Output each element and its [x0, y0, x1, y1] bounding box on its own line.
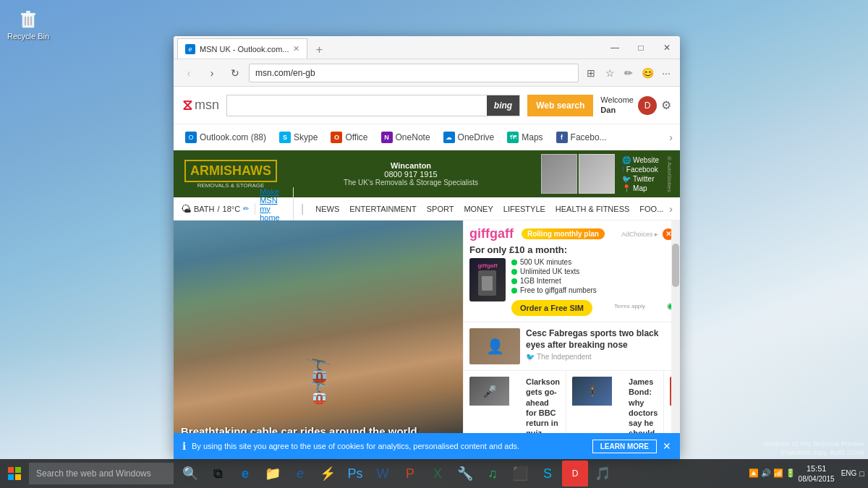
gg-feature-minutes: 500 UK minutes [511, 258, 674, 266]
nav-link-office[interactable]: O Office [326, 129, 372, 146]
taskbar-time-display[interactable]: 15:51 08/04/2015 [799, 463, 835, 483]
cat-money[interactable]: MONEY [459, 197, 497, 221]
giffgaff-features: 500 UK minutes Unlimited UK texts 1GB In… [511, 258, 674, 316]
menu-icon[interactable]: ··· [658, 65, 674, 81]
taskbar-excel-icon[interactable]: X [425, 461, 451, 487]
news-item-fabregas[interactable]: 👤 Cesc Fabregas sports two black eyes af… [464, 322, 680, 371]
nav-link-onedrive[interactable]: ☁ OneDrive [439, 129, 499, 146]
cookie-text: By using this site you agree to the use … [192, 442, 587, 450]
svg-rect-1 [21, 13, 35, 15]
address-bar[interactable] [249, 64, 579, 82]
cat-sport[interactable]: SPORT [422, 197, 459, 221]
taskbar-app4-icon[interactable]: ⬛ [507, 461, 533, 487]
welcome-text: Welcome [600, 95, 634, 105]
action-center-icon[interactable]: □ [859, 469, 864, 478]
taskbar-edge-icon[interactable]: e [232, 461, 258, 487]
recycle-bin-icon[interactable]: Recycle Bin [7, 7, 49, 40]
news-text-fabregas: Cesc Fabregas sports two black eyes afte… [526, 328, 674, 361]
tab-favicon: e [185, 44, 195, 54]
gg-feature-internet: 1GB Internet [511, 277, 674, 285]
web-search-button[interactable]: Web search [527, 95, 593, 116]
taskbar-skype-icon[interactable]: S [535, 461, 561, 487]
nav-link-onenote[interactable]: N OneNote [377, 129, 435, 146]
cat-entertainment[interactable]: ENTERTAINMENT [345, 197, 421, 221]
nav-link-outlook[interactable]: O Outlook.com (88) [181, 129, 271, 146]
new-tab-button[interactable]: + [310, 41, 328, 59]
nav-link-outlook-label: Outlook.com (88) [200, 132, 266, 142]
maximize-button[interactable]: □ [628, 36, 654, 59]
search-box: bing [226, 95, 520, 116]
edit-location-icon[interactable]: ✏ [243, 205, 249, 213]
back-button[interactable]: ‹ [179, 64, 198, 82]
taskbar-app2-icon[interactable]: 🔧 [452, 461, 478, 487]
msn-header: ⧖ msn bing Web search Welcome Dan D ⚙ [174, 87, 680, 124]
cat-health[interactable]: HEALTH & FITNESS [551, 197, 634, 221]
taskbar-word-icon[interactable]: W [370, 461, 396, 487]
time-value: 15:51 [799, 463, 835, 474]
wifi-icon[interactable]: 📶 [773, 468, 783, 478]
giffgaff-cta-button[interactable]: Order a Free SIM [511, 300, 592, 316]
favorites-icon[interactable]: ☆ [602, 65, 618, 81]
scrollbar-thumb[interactable] [672, 244, 679, 287]
ad-link-map[interactable]: 📍Map [622, 184, 659, 192]
taskbar-app1-icon[interactable]: ⚡ [315, 461, 341, 487]
browser-scrollbar[interactable] [671, 221, 680, 455]
tab-close-button[interactable]: ✕ [293, 44, 299, 53]
network-icon[interactable]: 🔼 [749, 468, 759, 478]
share-icon[interactable]: 😊 [639, 65, 655, 81]
web-note-icon[interactable]: ✏ [621, 65, 637, 81]
user-avatar[interactable]: D [638, 96, 657, 115]
reading-view-icon[interactable]: ⊞ [583, 65, 599, 81]
taskbar-app5-icon[interactable]: D [562, 461, 588, 487]
nav-link-facebook[interactable]: f Facebo... [552, 129, 611, 146]
office-icon: O [331, 132, 342, 143]
taskbar-taskview-icon[interactable]: ⧉ [205, 461, 231, 487]
search-input[interactable] [227, 100, 487, 111]
language-indicator[interactable]: ENG [841, 469, 857, 477]
close-button[interactable]: ✕ [654, 36, 680, 59]
cookie-close-button[interactable]: ✕ [663, 440, 671, 452]
nav-link-maps[interactable]: 🗺 Maps [503, 129, 547, 146]
nav-link-skype[interactable]: S Skype [275, 129, 322, 146]
taskbar-photoshop-icon[interactable]: Ps [342, 461, 368, 487]
facebook-icon: f [556, 132, 568, 143]
ad-images [541, 154, 615, 194]
ad-link-twitter[interactable]: 🐦Twitter [622, 175, 659, 183]
battery-icon[interactable]: 🔋 [786, 468, 796, 478]
browser-tab[interactable]: e MSN UK - Outlook.com... ✕ [177, 38, 307, 59]
learn-more-button[interactable]: LEARN MORE [592, 440, 657, 453]
user-area: Welcome Dan D ⚙ [600, 95, 671, 114]
cat-lifestyle[interactable]: LIFESTYLE [499, 197, 550, 221]
taskbar-fileexplorer-icon[interactable]: 📁 [260, 461, 286, 487]
start-button[interactable] [0, 459, 29, 488]
tab-label: MSN UK - Outlook.com... [200, 45, 289, 53]
cat-food[interactable]: FOO... [635, 197, 668, 221]
maps-icon: 🗺 [507, 132, 519, 143]
taskbar-search-input[interactable] [29, 463, 174, 484]
settings-icon[interactable]: ⚙ [661, 98, 671, 112]
volume-icon[interactable]: 🔊 [761, 468, 771, 478]
source-icon-fabregas: 🐦 [526, 353, 535, 361]
taskbar-app6-icon[interactable]: 🎵 [590, 461, 616, 487]
refresh-button[interactable]: ↻ [226, 64, 244, 82]
svg-rect-6 [8, 467, 14, 473]
ad-image-1 [541, 154, 577, 194]
cat-news[interactable]: NEWS [311, 197, 344, 221]
news-title-fabregas: Cesc Fabregas sports two black eyes afte… [526, 328, 674, 351]
nav-right: ⊞ ☆ ✏ 😊 ··· [583, 65, 674, 81]
forward-button[interactable]: › [203, 64, 221, 82]
taskbar-ie-icon[interactable]: e [287, 461, 313, 487]
bing-button[interactable]: bing [487, 95, 519, 116]
ad-link-website[interactable]: 🌐Website [622, 156, 659, 164]
nav-links-more-button[interactable]: › [669, 132, 673, 143]
taskbar-powerpoint-icon[interactable]: P [397, 461, 423, 487]
ad-link-facebook[interactable]: fFacebook [622, 166, 659, 174]
msn-logo[interactable]: ⧖ msn [182, 97, 219, 114]
cat-more-button[interactable]: › [669, 203, 673, 215]
weather-badge[interactable]: 🌤 BATH / 18°C ✏ [181, 203, 255, 215]
build-line1: Windows 10 Pro Technical Preview [763, 440, 864, 449]
ad-banner: ARMISHAWS REMOVALS & STORAGE Wincanton 0… [174, 150, 680, 197]
taskbar-cortana-icon[interactable]: 🔍 [177, 461, 203, 487]
minimize-button[interactable]: — [602, 36, 628, 59]
taskbar-app3-icon[interactable]: ♫ [480, 461, 506, 487]
